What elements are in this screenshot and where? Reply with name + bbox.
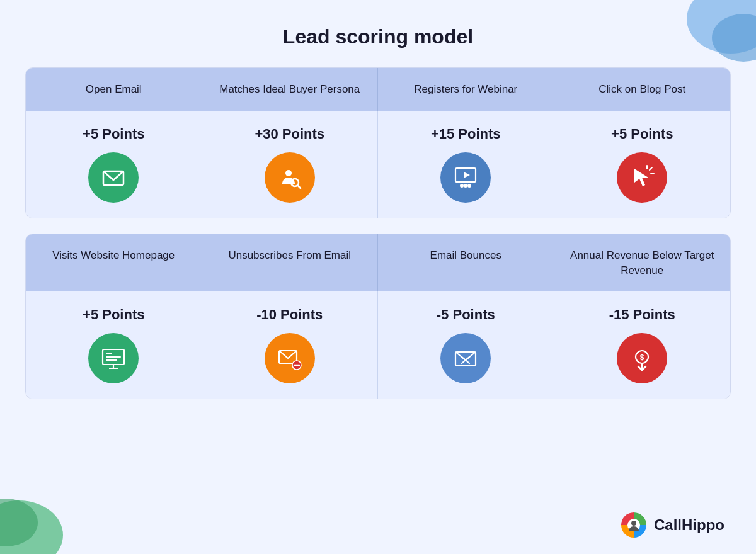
table2-header-row: Visits Website Homepage Unsubscribes Fro… bbox=[26, 234, 730, 292]
table1-header-row: Open Email Matches Ideal Buyer Persona R… bbox=[26, 68, 730, 111]
svg-text:$: $ bbox=[640, 353, 644, 362]
svg-line-14 bbox=[650, 167, 652, 170]
table2-points-1: -10 Points bbox=[256, 307, 323, 323]
webinar-icon-circle bbox=[440, 152, 491, 203]
bounce-email-icon-circle bbox=[440, 333, 491, 383]
svg-point-34 bbox=[631, 521, 636, 526]
table2-points-0: +5 Points bbox=[83, 307, 144, 323]
table1-points-1: +30 Points bbox=[255, 126, 324, 142]
table2-cell-3: -15 Points $ bbox=[554, 291, 731, 399]
page-title: Lead scoring model bbox=[0, 0, 756, 67]
table1-cell-1: +30 Points bbox=[202, 111, 379, 218]
table2-header-0: Visits Website Homepage bbox=[26, 234, 202, 292]
table1-content-row: +5 Points +30 Points bbox=[26, 111, 730, 218]
bounce-email-icon bbox=[453, 346, 478, 371]
website-icon-circle bbox=[88, 333, 139, 383]
svg-rect-20 bbox=[106, 359, 117, 361]
svg-marker-9 bbox=[464, 172, 470, 178]
svg-point-11 bbox=[464, 184, 467, 188]
tables-container: Open Email Matches Ideal Buyer Persona R… bbox=[0, 67, 756, 399]
callhippo-logo-icon bbox=[620, 511, 648, 539]
svg-rect-18 bbox=[106, 353, 112, 354]
search-person-icon bbox=[277, 165, 302, 190]
svg-rect-19 bbox=[106, 356, 121, 358]
email-icon bbox=[101, 165, 126, 190]
table1-header-1: Matches Ideal Buyer Persona bbox=[202, 68, 379, 111]
table2-content-row: +5 Points -10 bbox=[26, 291, 730, 399]
table2-cell-1: -10 Points bbox=[202, 291, 379, 399]
table2-header-3: Annual Revenue Below Target Revenue bbox=[554, 234, 731, 292]
svg-point-5 bbox=[285, 170, 292, 176]
logo-text: CallHippo bbox=[654, 516, 724, 534]
blob-top-right bbox=[668, 0, 756, 69]
table2-points-2: -5 Points bbox=[437, 307, 495, 323]
email-icon-circle bbox=[88, 152, 139, 203]
svg-marker-13 bbox=[634, 169, 648, 186]
positive-scoring-table: Open Email Matches Ideal Buyer Persona R… bbox=[25, 67, 731, 218]
negative-scoring-table: Visits Website Homepage Unsubscribes Fro… bbox=[25, 234, 731, 400]
revenue-down-icon-circle: $ bbox=[617, 333, 667, 383]
cursor-click-icon bbox=[629, 165, 655, 190]
table1-cell-3: +5 Points bbox=[554, 111, 731, 218]
table2-header-1: Unsubscribes From Email bbox=[202, 234, 379, 292]
revenue-down-icon: $ bbox=[629, 346, 655, 371]
table1-header-3: Click on Blog Post bbox=[554, 68, 731, 111]
table1-header-0: Open Email bbox=[26, 68, 202, 111]
blob-bottom-left bbox=[0, 485, 88, 554]
svg-line-7 bbox=[298, 186, 301, 188]
table1-header-2: Registers for Webinar bbox=[378, 68, 554, 111]
table2-points-3: -15 Points bbox=[609, 307, 675, 323]
table2-cell-2: -5 Points bbox=[378, 291, 554, 399]
table2-header-2: Email Bounces bbox=[378, 234, 554, 292]
website-icon bbox=[101, 346, 126, 371]
table1-points-3: +5 Points bbox=[611, 126, 673, 142]
cursor-click-icon-circle bbox=[617, 152, 667, 203]
table1-cell-0: +5 Points bbox=[26, 111, 202, 218]
webinar-icon bbox=[453, 165, 478, 190]
svg-point-12 bbox=[467, 184, 471, 188]
table1-points-2: +15 Points bbox=[431, 126, 501, 142]
search-person-icon-circle bbox=[265, 152, 315, 203]
table1-cell-2: +15 Points bbox=[378, 111, 554, 218]
logo-area: CallHippo bbox=[620, 511, 724, 539]
svg-point-10 bbox=[460, 184, 464, 188]
table2-cell-0: +5 Points bbox=[26, 291, 202, 399]
unsubscribe-icon-circle bbox=[265, 333, 315, 383]
table1-points-0: +5 Points bbox=[83, 126, 144, 142]
unsubscribe-icon bbox=[277, 346, 302, 371]
